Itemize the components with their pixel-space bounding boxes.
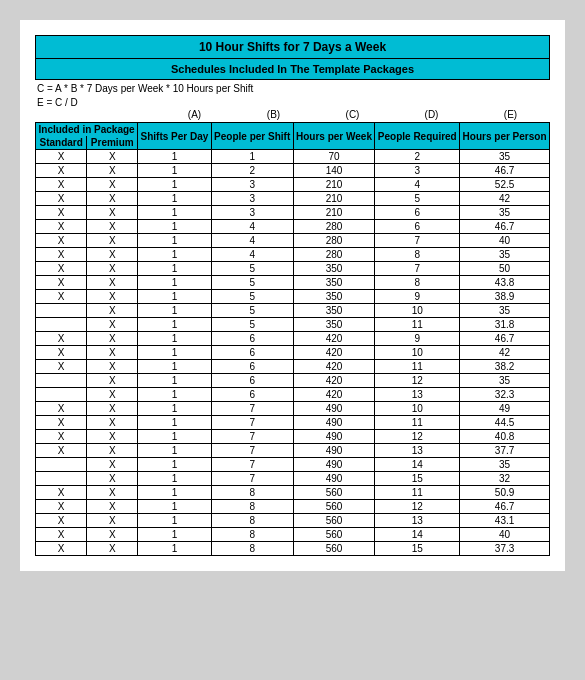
table-cell: 35	[460, 206, 550, 220]
table-cell: 1	[138, 388, 212, 402]
table-cell: 1	[138, 276, 212, 290]
table-row: XX185601440	[36, 528, 550, 542]
col-letter-c: (C)	[320, 109, 385, 120]
table-cell: 490	[293, 472, 375, 486]
table-cell: X	[87, 416, 138, 430]
table-cell: X	[87, 150, 138, 164]
table-cell: 1	[138, 262, 212, 276]
table-cell: 7	[211, 416, 293, 430]
table-row: XX12140346.7	[36, 164, 550, 178]
table-row: XX174901144.5	[36, 416, 550, 430]
table-cell: 12	[375, 430, 460, 444]
table-cell: X	[36, 500, 87, 514]
table-cell: 35	[460, 150, 550, 164]
table-row: XX13210452.5	[36, 178, 550, 192]
header-people: People per Shift	[211, 123, 293, 150]
table-cell: 3	[211, 206, 293, 220]
table-cell: X	[87, 290, 138, 304]
table-cell: 5	[211, 304, 293, 318]
title-bar: 10 Hour Shifts for 7 Days a Week	[35, 35, 550, 59]
table-cell: 2	[211, 164, 293, 178]
table-cell: 6	[211, 360, 293, 374]
table-cell: X	[87, 458, 138, 472]
table-cell: X	[87, 178, 138, 192]
table-cell: 35	[460, 304, 550, 318]
table-cell: X	[87, 444, 138, 458]
table-cell: 9	[375, 290, 460, 304]
table-cell: 50	[460, 262, 550, 276]
table-cell: X	[36, 528, 87, 542]
header-premium: Premium	[87, 136, 138, 150]
table-cell: 1	[138, 234, 212, 248]
table-cell: X	[87, 234, 138, 248]
table-cell: 7	[211, 472, 293, 486]
table-cell: 10	[375, 304, 460, 318]
table-cell: 8	[211, 514, 293, 528]
table-cell: 46.7	[460, 220, 550, 234]
table-cell: X	[87, 472, 138, 486]
table-cell: 2	[375, 150, 460, 164]
table-cell: 12	[375, 374, 460, 388]
table-cell: 4	[211, 234, 293, 248]
table-cell: 560	[293, 542, 375, 556]
table-cell: 420	[293, 346, 375, 360]
table-cell	[36, 388, 87, 402]
table-cell: 31.8	[460, 318, 550, 332]
table-cell: 8	[211, 542, 293, 556]
table-cell: 210	[293, 206, 375, 220]
table-cell: 1	[138, 430, 212, 444]
table-cell: 11	[375, 486, 460, 500]
table-cell: 210	[293, 192, 375, 206]
table-cell: 280	[293, 234, 375, 248]
header-hours-week: Hours per Week	[293, 123, 375, 150]
table-cell: 490	[293, 430, 375, 444]
table-row: XX13210635	[36, 206, 550, 220]
table-cell: 8	[211, 528, 293, 542]
table-row: XX185601537.3	[36, 542, 550, 556]
table-cell: X	[36, 416, 87, 430]
table-cell: X	[87, 304, 138, 318]
table-row: XX174901337.7	[36, 444, 550, 458]
table-cell: 1	[138, 248, 212, 262]
table-cell: 44.5	[460, 416, 550, 430]
table-cell: 560	[293, 528, 375, 542]
table-cell: X	[87, 402, 138, 416]
table-cell: X	[87, 528, 138, 542]
table-row: XX14280835	[36, 248, 550, 262]
table-cell: X	[36, 402, 87, 416]
table-cell: 490	[293, 416, 375, 430]
table-cell: 1	[138, 486, 212, 500]
header-included: Included in Package	[36, 123, 138, 137]
table-cell: 11	[375, 360, 460, 374]
table-cell: X	[36, 290, 87, 304]
table-cell: 13	[375, 388, 460, 402]
table-cell: 560	[293, 514, 375, 528]
table-cell: 1	[138, 528, 212, 542]
table-cell: 350	[293, 318, 375, 332]
table-cell: 38.2	[460, 360, 550, 374]
table-cell: 420	[293, 332, 375, 346]
table-cell: 4	[211, 248, 293, 262]
table-cell: X	[36, 486, 87, 500]
table-cell: 1	[138, 346, 212, 360]
table-cell: 1	[138, 290, 212, 304]
table-cell: X	[87, 346, 138, 360]
table-cell	[36, 374, 87, 388]
table-cell: X	[36, 220, 87, 234]
table-cell: 15	[375, 472, 460, 486]
table-cell: 1	[138, 374, 212, 388]
table-cell: 35	[460, 248, 550, 262]
table-cell: 1	[138, 164, 212, 178]
table-cell: 1	[138, 500, 212, 514]
table-cell: 1	[138, 220, 212, 234]
table-cell: 6	[211, 374, 293, 388]
table-cell: X	[87, 374, 138, 388]
table-cell: 420	[293, 360, 375, 374]
header-standard: Standard	[36, 136, 87, 150]
table-cell: 1	[138, 416, 212, 430]
table-cell: X	[36, 234, 87, 248]
table-cell: 350	[293, 262, 375, 276]
table-cell: X	[87, 164, 138, 178]
table-row: X174901435	[36, 458, 550, 472]
table-cell: 280	[293, 220, 375, 234]
